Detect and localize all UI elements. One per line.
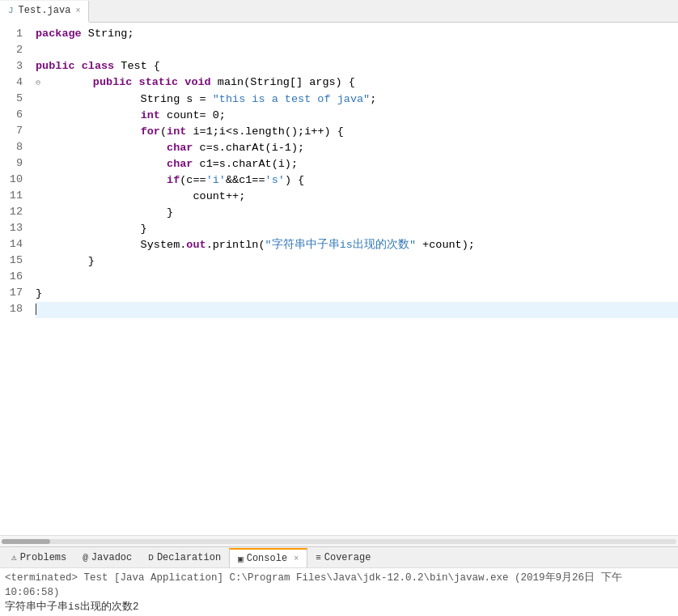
console-tab-close[interactable]: × — [294, 554, 299, 563]
line-number: 6 — [6, 107, 23, 123]
line-number: 9 — [6, 155, 23, 172]
code-token: ) { — [285, 174, 304, 186]
editor-area: 123456789101112131415161718 package Stri… — [0, 23, 678, 546]
code-token: .println( — [206, 239, 265, 251]
code-token: void — [184, 76, 210, 88]
console-output-line: 字符串中子串is出现的次数2 — [5, 600, 673, 614]
code-token: (c== — [180, 174, 206, 186]
code-token: System. — [36, 239, 186, 251]
code-line: char c1=s.charAt(i); — [36, 156, 678, 172]
bottom-tab-javadoc[interactable]: @Javadoc — [74, 547, 140, 567]
code-line: ⊖ public static void main(String[] args)… — [36, 74, 678, 91]
bottom-tab-console[interactable]: ▣Console× — [229, 548, 307, 568]
code-token: count= 0; — [160, 109, 226, 121]
code-token: if — [167, 174, 180, 186]
code-line — [36, 42, 678, 58]
code-token: public — [93, 76, 133, 88]
console-tab-icon: ▣ — [238, 554, 244, 564]
declaration-tab-label: Declaration — [157, 552, 221, 563]
javadoc-tab-label: Javadoc — [91, 552, 132, 563]
code-token: count++; — [36, 190, 245, 202]
editor-tab[interactable]: J Test.java × — [0, 1, 89, 23]
declaration-tab-icon: D — [148, 553, 154, 563]
line-number: 4 — [6, 74, 23, 91]
problems-tab-label: Problems — [20, 552, 67, 563]
code-line: package String; — [36, 26, 678, 42]
code-token — [75, 60, 82, 72]
code-token: } — [36, 255, 95, 267]
code-token — [40, 76, 93, 88]
tab-close-button[interactable]: × — [75, 6, 80, 15]
line-number: 16 — [6, 269, 23, 285]
code-line: if(c=='i'&&c1=='s') { — [36, 172, 678, 189]
console-tab-label: Console — [247, 553, 287, 564]
coverage-tab-icon: ≡ — [316, 553, 321, 563]
code-token — [36, 142, 167, 154]
code-token: c=s.charAt(i-1); — [193, 142, 304, 154]
javadoc-tab-icon: @ — [83, 553, 88, 563]
code-token: "字符串中子串is出现的次数" — [265, 239, 416, 251]
horizontal-scrollbar[interactable] — [0, 535, 678, 546]
problems-tab-icon: ⚠ — [11, 552, 17, 563]
code-token: "this is a test of java" — [213, 93, 370, 105]
code-line: } — [36, 221, 678, 237]
code-token: } — [36, 287, 42, 300]
code-line: public class Test { — [36, 58, 678, 74]
code-line — [36, 270, 678, 286]
code-line: count++; — [36, 189, 678, 205]
code-token: main(String[] args) { — [211, 76, 355, 88]
code-line: for(int i=1;i<s.length();i++) { — [36, 124, 678, 140]
code-line: char c=s.charAt(i-1); — [36, 140, 678, 156]
code-token: 'i' — [206, 174, 226, 186]
line-numbers: 123456789101112131415161718 — [0, 23, 29, 535]
code-token: Test { — [114, 60, 160, 72]
code-token: i=1;i<s.length();i++) { — [186, 125, 343, 138]
code-token — [36, 158, 167, 170]
code-line: } — [36, 253, 678, 270]
code-token: &&c1== — [226, 174, 265, 186]
code-token: +count); — [416, 239, 475, 251]
line-number: 3 — [6, 58, 23, 74]
code-token: char — [167, 142, 193, 154]
line-number: 8 — [6, 139, 23, 155]
bottom-tab-problems[interactable]: ⚠Problems — [3, 547, 74, 567]
code-container: 123456789101112131415161718 package Stri… — [0, 23, 678, 535]
code-token — [36, 109, 141, 121]
code-content[interactable]: package String;public class Test {⊖ publ… — [29, 23, 678, 535]
line-number: 17 — [6, 285, 23, 301]
code-token: public — [36, 60, 75, 72]
line-number: 13 — [6, 220, 23, 236]
code-line: System.out.println("字符串中子串is出现的次数" +coun… — [36, 237, 678, 253]
line-number: 12 — [6, 204, 23, 220]
line-number: 10 — [6, 172, 23, 188]
code-token: for — [141, 125, 160, 138]
code-token: String; — [82, 28, 134, 40]
scrollbar-thumb[interactable] — [2, 539, 50, 544]
bottom-tab-coverage[interactable]: ≡Coverage — [307, 547, 379, 567]
tab-bar: J Test.java × — [0, 0, 678, 23]
java-file-icon: J — [8, 6, 14, 15]
code-token: 's' — [265, 174, 285, 186]
coverage-tab-label: Coverage — [324, 552, 371, 563]
code-token: } — [36, 223, 147, 235]
line-number: 18 — [6, 301, 23, 317]
code-token — [36, 125, 141, 138]
code-token: ; — [370, 93, 376, 105]
code-token: class — [82, 60, 115, 72]
code-token: String s = — [36, 93, 213, 105]
line-number: 15 — [6, 253, 23, 269]
code-token — [36, 174, 167, 186]
tab-filename: Test.java — [19, 5, 71, 16]
code-token: int — [167, 125, 186, 138]
code-line: } — [36, 286, 678, 302]
code-token: c1=s.charAt(i); — [193, 158, 298, 170]
line-number: 5 — [6, 91, 23, 107]
bottom-tab-declaration[interactable]: DDeclaration — [140, 547, 229, 567]
line-number: 11 — [6, 188, 23, 204]
scrollbar-track[interactable] — [2, 539, 676, 544]
line-number: 2 — [6, 42, 23, 58]
code-token — [132, 76, 138, 88]
code-token: char — [167, 158, 193, 170]
console-terminated-line: <terminated> Test [Java Application] C:\… — [5, 571, 673, 600]
bottom-panel-tabs: ⚠Problems@JavadocDDeclaration▣Console×≡C… — [0, 546, 678, 567]
